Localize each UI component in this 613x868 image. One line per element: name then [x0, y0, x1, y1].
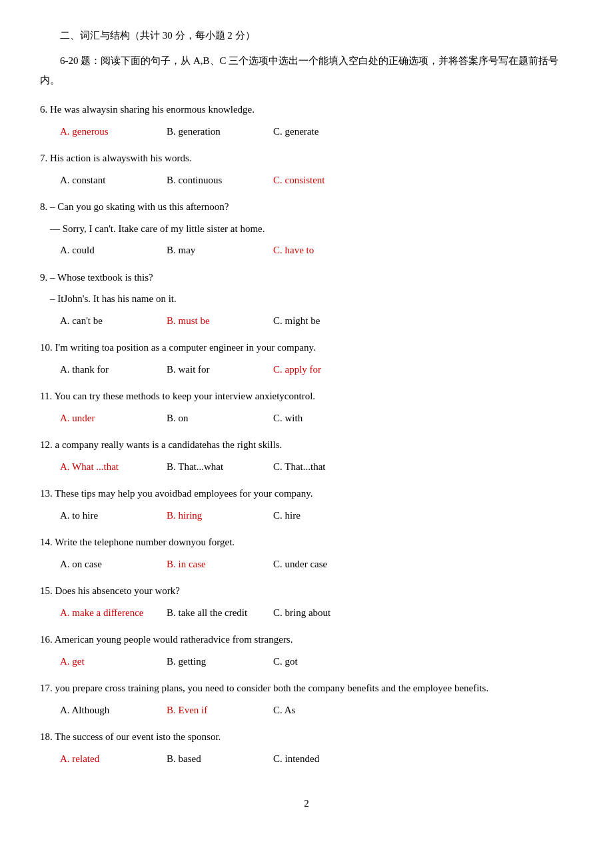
option: A. under	[60, 409, 147, 428]
page-number: 2	[40, 795, 573, 813]
question-block: 7. His action is alwayswith his words.A.…	[40, 149, 573, 189]
option: B. take all the credit	[167, 603, 253, 623]
option: A. thank for	[60, 360, 147, 379]
question-text: 11. You can try these methods to keep yo…	[40, 387, 573, 406]
option: C. generate	[273, 122, 360, 141]
option: A. What ...that	[60, 457, 147, 477]
question-text: 14. Write the telephone number downyou f…	[40, 533, 573, 552]
option: A. get	[60, 652, 147, 671]
options-line: A. generousB. generationC. generate	[40, 122, 573, 141]
section-title: 二、词汇与结构（共计 30 分，每小题 2 分）	[40, 27, 573, 45]
option: C. That...that	[273, 457, 360, 477]
instruction: 6-20 题：阅读下面的句子，从 A,B、C 三个选项中选出一个能填入空白处的正…	[40, 51, 573, 89]
question-block: 15. Does his absenceto your work?A. make…	[40, 581, 573, 622]
question-text: 7. His action is alwayswith his words.	[40, 149, 573, 168]
option: C. got	[273, 652, 360, 671]
question-block: 16. American young people would ratherad…	[40, 630, 573, 671]
questions-container: 6. He was alwaysin sharing his enormous …	[40, 100, 573, 768]
option: A. related	[60, 749, 147, 769]
options-line: A. can't beB. must beC. might be	[40, 311, 573, 331]
question-block: 17. you prepare cross training plans, yo…	[40, 679, 573, 719]
question-text: 15. Does his absenceto your work?	[40, 581, 573, 601]
option: A. Although	[60, 701, 147, 720]
question-text: 9. – Whose textbook is this?	[40, 268, 573, 287]
question-block: 11. You can try these methods to keep yo…	[40, 387, 573, 427]
question-block: 8. – Can you go skating with us this aft…	[40, 197, 573, 260]
option: A. on case	[60, 555, 147, 574]
question-text: 8. – Can you go skating with us this aft…	[40, 197, 573, 217]
question-block: 13. These tips may help you avoidbad emp…	[40, 484, 573, 525]
option: A. could	[60, 241, 147, 260]
question-text: 13. These tips may help you avoidbad emp…	[40, 484, 573, 503]
option: C. hire	[273, 506, 360, 525]
option: B. wait for	[167, 360, 253, 379]
option: B. must be	[167, 311, 253, 331]
option: C. under case	[273, 555, 360, 574]
option: A. to hire	[60, 506, 147, 525]
options-line: A. What ...thatB. That...whatC. That...t…	[40, 457, 573, 477]
option: B. That...what	[167, 457, 253, 477]
option: C. apply for	[273, 360, 360, 379]
option: B. may	[167, 241, 253, 260]
options-line: A. underB. onC. with	[40, 409, 573, 428]
option: C. have to	[273, 241, 360, 260]
option: A. constant	[60, 171, 147, 190]
option: A. make a difference	[60, 603, 147, 623]
option: C. with	[273, 409, 360, 428]
option: B. on	[167, 409, 253, 428]
option: B. Even if	[167, 701, 253, 720]
options-line: A. getB. gettingC. got	[40, 652, 573, 671]
options-line: A. AlthoughB. Even ifC. As	[40, 701, 573, 720]
question-block: 9. – Whose textbook is this?– ItJohn's. …	[40, 268, 573, 331]
question-block: 10. I'm writing toa position as a comput…	[40, 338, 573, 379]
dialog-line: – ItJohn's. It has his name on it.	[40, 289, 573, 309]
option: B. getting	[167, 652, 253, 671]
option: C. consistent	[273, 171, 360, 190]
question-text: 17. you prepare cross training plans, yo…	[40, 679, 573, 698]
question-block: 12. a company really wants is a candidat…	[40, 435, 573, 476]
options-line: A. thank forB. wait forC. apply for	[40, 360, 573, 379]
question-text: 6. He was alwaysin sharing his enormous …	[40, 100, 573, 119]
option: B. continuous	[167, 171, 253, 190]
question-block: 14. Write the telephone number downyou f…	[40, 533, 573, 573]
question-text: 16. American young people would ratherad…	[40, 630, 573, 649]
options-line: A. on caseB. in caseC. under case	[40, 555, 573, 574]
option: C. As	[273, 701, 360, 720]
question-block: 18. The success of our event isto the sp…	[40, 727, 573, 768]
option: B. generation	[167, 122, 253, 141]
question-text: 12. a company really wants is a candidat…	[40, 435, 573, 455]
question-text: 18. The success of our event isto the sp…	[40, 727, 573, 747]
options-line: A. constantB. continuousC. consistent	[40, 171, 573, 190]
question-block: 6. He was alwaysin sharing his enormous …	[40, 100, 573, 141]
option: B. based	[167, 749, 253, 769]
dialog-line: — Sorry, I can't. Itake care of my littl…	[40, 219, 573, 239]
options-line: A. to hireB. hiringC. hire	[40, 506, 573, 525]
options-line: A. couldB. mayC. have to	[40, 241, 573, 260]
option: B. hiring	[167, 506, 253, 525]
option: B. in case	[167, 555, 253, 574]
options-line: A. make a differenceB. take all the cred…	[40, 603, 573, 623]
question-text: 10. I'm writing toa position as a comput…	[40, 338, 573, 357]
option: A. can't be	[60, 311, 147, 331]
option: C. bring about	[273, 603, 360, 623]
option: C. intended	[273, 749, 360, 769]
options-line: A. relatedB. basedC. intended	[40, 749, 573, 769]
option: A. generous	[60, 122, 147, 141]
option: C. might be	[273, 311, 360, 331]
